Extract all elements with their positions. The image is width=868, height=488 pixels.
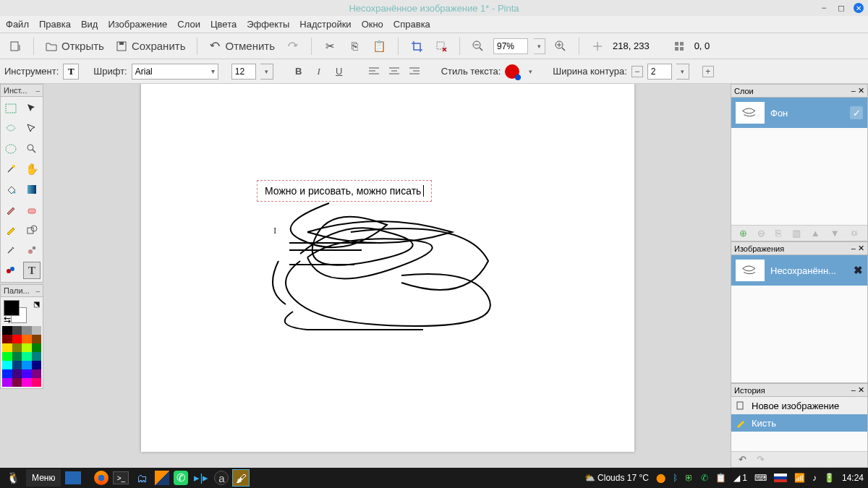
menu-image[interactable]: Изображение	[108, 19, 167, 30]
firefox-icon[interactable]	[94, 471, 109, 485]
swap-colors-icon[interactable]: ⇆	[4, 314, 11, 325]
menu-addins[interactable]: Надстройки	[299, 19, 351, 30]
duplicate-layer-icon[interactable]: ⎘	[775, 228, 781, 239]
italic-button[interactable]: I	[311, 64, 327, 80]
app-icon[interactable]	[155, 471, 169, 485]
collapse-icon[interactable]: –	[35, 87, 40, 95]
tool-gradient-icon[interactable]	[23, 181, 41, 198]
history-undo-icon[interactable]: ↶	[739, 454, 746, 465]
minimize-button[interactable]: −	[819, 3, 829, 13]
align-left-icon[interactable]	[366, 64, 382, 80]
tool-fill-icon[interactable]	[2, 181, 20, 198]
copy-icon[interactable]: ⎘	[345, 37, 364, 56]
tool-shapes-icon[interactable]	[23, 221, 41, 239]
network-icon[interactable]: 📶	[794, 473, 805, 483]
start-menu-icon[interactable]: 🐧	[4, 469, 22, 487]
canvas[interactable]: Можно и рисовать, можно писать I	[141, 84, 634, 452]
outline-width-input[interactable]	[647, 64, 672, 80]
tool-move-icon[interactable]	[23, 100, 41, 117]
align-right-icon[interactable]	[407, 64, 422, 80]
canvas-viewport[interactable]: Можно и рисовать, можно писать I	[43, 84, 731, 468]
battery-icon[interactable]: 🔋	[824, 473, 835, 483]
tool-rect-select-icon[interactable]	[2, 100, 20, 117]
layer-row[interactable]: Фон ✓	[731, 98, 867, 128]
open-button[interactable]: Открыть	[43, 37, 107, 56]
palette-grid[interactable]	[2, 335, 41, 387]
tool-eyedropper-icon[interactable]	[2, 241, 20, 259]
font-size-input[interactable]	[231, 64, 256, 80]
image-row[interactable]: Несохранённ... ✖	[731, 255, 867, 286]
file-manager-icon[interactable]: 🗂	[133, 469, 150, 487]
paste-icon[interactable]: 📋	[370, 37, 389, 56]
history-panel-header[interactable]: История – ✕	[731, 384, 867, 397]
show-desktop-icon[interactable]	[65, 471, 81, 484]
delete-layer-icon[interactable]: ⊖	[757, 228, 765, 239]
deselect-icon[interactable]	[432, 37, 451, 56]
whatsapp-tray-icon[interactable]: ✆	[701, 473, 708, 483]
maximize-button[interactable]: ◻	[836, 3, 846, 13]
zoom-dropdown[interactable]: ▾	[534, 38, 545, 54]
outline-increase-button[interactable]: +	[702, 66, 714, 77]
text-color-swatch[interactable]	[505, 64, 519, 79]
audio-icon[interactable]: ♪	[812, 473, 817, 483]
weather-widget[interactable]: ⛅ Clouds 17 °C	[584, 473, 649, 483]
start-menu-button[interactable]: Меню	[26, 469, 61, 487]
layer-visible-checkbox[interactable]: ✓	[850, 106, 863, 119]
tool-zoom-icon[interactable]	[23, 140, 41, 158]
history-redo-icon[interactable]: ↷	[757, 454, 765, 465]
layers-panel-header[interactable]: Слои – ✕	[731, 85, 867, 98]
text-input-box[interactable]: Можно и рисовать, можно писать	[257, 180, 432, 202]
tool-move-selection-icon[interactable]	[23, 120, 41, 137]
tools-panel-header[interactable]: Инст...–	[0, 84, 43, 97]
keyboard-icon[interactable]: ⌨	[754, 473, 767, 483]
zoom-out-icon[interactable]	[469, 37, 488, 56]
close-image-icon[interactable]: ✖	[854, 264, 863, 277]
menu-colors[interactable]: Цвета	[210, 19, 237, 30]
zoom-input[interactable]	[493, 38, 528, 54]
history-item[interactable]: Новое изображение	[731, 397, 867, 414]
palette-panel-header[interactable]: Пали...–	[0, 284, 43, 297]
close-panel-icon[interactable]: ✕	[858, 385, 864, 394]
minimize-panel-icon[interactable]: –	[851, 385, 856, 394]
add-layer-icon[interactable]: ⊕	[739, 228, 747, 239]
tray-icon[interactable]: ⬤	[656, 473, 665, 483]
crop-icon[interactable]	[407, 37, 426, 56]
outline-decrease-button[interactable]: −	[631, 66, 643, 77]
font-family-select[interactable]: Arial	[132, 64, 218, 80]
outline-width-dropdown[interactable]: ▾	[676, 64, 689, 80]
tool-clone-icon[interactable]	[23, 241, 41, 259]
undo-button[interactable]: Отменить	[206, 37, 278, 56]
whatsapp-icon[interactable]: ✆	[174, 471, 188, 485]
terminal-icon[interactable]: >_	[113, 471, 129, 484]
keyboard-layout-flag[interactable]	[774, 474, 787, 482]
close-button[interactable]: ✕	[854, 3, 864, 13]
menu-view[interactable]: Вид	[81, 19, 98, 30]
collapse-icon[interactable]: –	[35, 287, 40, 295]
tool-pan-icon[interactable]: ✋	[23, 160, 41, 178]
tool-magic-wand-icon[interactable]	[2, 160, 20, 178]
tool-lasso-icon[interactable]	[2, 120, 20, 137]
notifications-icon[interactable]: ◢ 1	[733, 473, 747, 483]
font-size-dropdown[interactable]: ▾	[260, 64, 273, 80]
underline-button[interactable]: U	[331, 64, 347, 80]
images-panel-header[interactable]: Изображения – ✕	[731, 242, 867, 255]
primary-color-swatch[interactable]	[4, 300, 20, 316]
clock[interactable]: 14:24	[842, 473, 864, 483]
minimize-panel-icon[interactable]: –	[851, 86, 856, 95]
kde-connect-icon[interactable]: ▸|▸	[192, 469, 210, 487]
history-item[interactable]: Кисть	[731, 414, 867, 432]
move-layer-up-icon[interactable]: ▲	[811, 228, 820, 239]
menu-file[interactable]: Файл	[6, 19, 29, 30]
app-icon-2[interactable]: a	[214, 471, 229, 485]
bluetooth-icon[interactable]: ᛒ	[673, 473, 678, 483]
new-image-icon[interactable]	[6, 37, 25, 56]
layer-properties-icon[interactable]: ⛭	[850, 228, 859, 239]
text-style-dropdown[interactable]: ▾	[524, 64, 537, 80]
cut-icon[interactable]: ✂	[320, 37, 339, 56]
zoom-in-icon[interactable]	[551, 37, 570, 56]
menu-help[interactable]: Справка	[393, 19, 430, 30]
tool-ellipse-select-icon[interactable]	[2, 140, 20, 158]
menu-edit[interactable]: Правка	[39, 19, 71, 30]
pinta-taskbar-icon[interactable]: 🖌	[233, 470, 249, 486]
tool-brush-icon[interactable]	[2, 201, 20, 218]
